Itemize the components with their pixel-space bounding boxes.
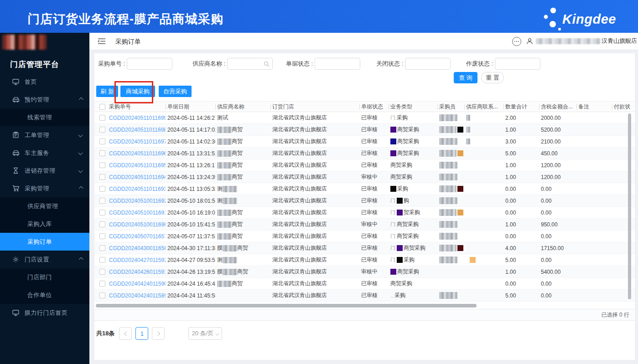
sidebar-item-label: 预约管理 <box>25 96 79 104</box>
refresh-button[interactable]: 刷 新 <box>96 86 118 97</box>
redacted-color-block <box>390 127 396 133</box>
order-number-link[interactable]: CGDD20240511011699 <box>109 115 166 121</box>
order-number-link[interactable]: CGDD20240507011657 <box>109 233 166 240</box>
row-checkbox[interactable] <box>99 186 105 192</box>
order-store: 湖北省武汉青山旗舰店 <box>270 231 359 242</box>
order-number-link[interactable]: CGDD20240430011656 <box>109 245 166 251</box>
reset-button[interactable]: 重 置 <box>481 72 504 83</box>
row-checkbox[interactable] <box>99 198 105 204</box>
order-number-link[interactable]: CGDD20240426011591 <box>109 269 166 275</box>
row-checkbox[interactable] <box>99 150 105 156</box>
filter-group-3: 关闭状态 : <box>376 58 451 70</box>
order-number-link[interactable]: CGDD20240511011697 <box>109 138 166 145</box>
prev-page-button[interactable] <box>119 327 132 340</box>
buyer <box>437 136 464 147</box>
row-checkbox[interactable] <box>99 138 105 144</box>
filter-label: 单据状态 : <box>286 60 313 68</box>
supplier-contact <box>464 231 503 242</box>
row-checkbox[interactable] <box>99 257 105 263</box>
table-row: CGDD202405110116972024-05-11 14:02:30商贸湖… <box>94 136 635 148</box>
order-date: 2024-05-10 18:01:51 <box>166 195 215 206</box>
row-checkbox[interactable] <box>99 269 105 275</box>
filter-input-4[interactable] <box>495 58 540 69</box>
current-page-button[interactable]: 1 <box>135 327 148 340</box>
page-size-select[interactable]: 20 条/页 <box>188 327 222 340</box>
platform-title: 门店管理平台 <box>10 59 59 70</box>
sidebar-subitem-12[interactable]: 合作单位 <box>0 286 89 304</box>
business-type: 商贸采购 <box>389 124 437 135</box>
row-checkbox[interactable] <box>99 292 105 298</box>
row-checkbox[interactable] <box>99 233 105 239</box>
row-checkbox[interactable] <box>99 210 105 215</box>
sidebar-subitem-2[interactable]: 线索管理 <box>0 108 89 126</box>
sidebar-item-3[interactable]: 工单管理 <box>0 126 89 144</box>
order-number-link[interactable]: CGDD20240511011695 <box>109 162 166 169</box>
order-status: 已审核 <box>359 159 389 171</box>
row-checkbox[interactable] <box>99 281 105 287</box>
user-account[interactable]: 汉青山旗舰店 <box>526 37 637 45</box>
order-number-link[interactable]: CGDD20240511011693 <box>109 186 166 192</box>
remark <box>576 290 612 301</box>
message-icon[interactable] <box>512 37 521 46</box>
row-checkbox[interactable] <box>99 115 105 121</box>
order-number-link[interactable]: CGDD20240511011694 <box>109 174 166 180</box>
order-number-link[interactable]: CGDD20240424011589 <box>109 292 166 299</box>
sidebar-item-4[interactable]: 车主服务 <box>0 144 89 162</box>
query-button[interactable]: 查 询 <box>454 72 477 83</box>
business-type: 门采购 <box>389 254 437 266</box>
filter-input-2[interactable] <box>315 58 360 69</box>
sidebar-item-5[interactable]: 进销存管理 <box>0 162 89 179</box>
buyer <box>437 171 464 183</box>
cart-icon <box>12 185 20 192</box>
car-icon <box>12 149 20 157</box>
row-checkbox[interactable] <box>99 174 105 180</box>
kingdee-wordmark: Kingdee <box>562 12 616 27</box>
order-number-link[interactable]: CGDD20240511011696 <box>109 150 166 157</box>
select-all-checkbox[interactable] <box>99 104 105 110</box>
order-number-link[interactable]: CGDD20240424011590 <box>109 281 166 287</box>
row-checkbox[interactable] <box>99 127 105 133</box>
sidebar-item-1[interactable]: 预约管理 <box>0 91 89 108</box>
sidebar-subitem-7[interactable]: 供应商管理 <box>0 197 89 215</box>
order-number-link[interactable]: CGDD20240427011592 <box>109 257 166 263</box>
mall-purchase-button[interactable]: 商城采购 <box>120 86 155 97</box>
order-status: 已审核 <box>359 290 389 301</box>
sidebar-item-6[interactable]: 采购管理 <box>0 179 89 197</box>
filter-input-0[interactable] <box>127 58 172 69</box>
filter-input-1[interactable] <box>228 58 272 69</box>
column-header-4: 订货门店 <box>270 102 359 112</box>
sidebar-item-0[interactable]: 首页 <box>0 73 89 91</box>
order-date: 2024-04-24 11:45:58 <box>166 290 215 301</box>
order-store: 湖北省武汉青山旗舰店 <box>270 254 359 266</box>
order-store: 湖北省武汉青山旗舰店 <box>270 207 359 218</box>
chevron-down-icon <box>78 169 83 173</box>
filter-input-3[interactable] <box>405 58 450 69</box>
order-number-link[interactable]: CGDD20240510011691 <box>109 210 166 216</box>
redacted-text-block <box>439 162 457 169</box>
supplier-name: 商贸 <box>215 278 270 289</box>
order-date: 2024-05-11 14:02:30 <box>166 136 215 147</box>
sidebar-subitem-11[interactable]: 门店部门 <box>0 268 89 286</box>
supplier-name: 商贸 <box>215 148 270 159</box>
table-row: CGDD202404240115902024-04-24 16:45:45商贸湖… <box>94 278 635 290</box>
order-store: 湖北省武汉青山旗舰店 <box>270 136 359 147</box>
order-number-link[interactable]: CGDD20240510011692 <box>109 198 166 204</box>
order-number-link[interactable]: CGDD20240511011698 <box>109 127 166 133</box>
column-header-8: 供应商联系... <box>464 102 503 112</box>
sidebar-item-10[interactable]: 门店设置 <box>0 251 89 268</box>
menu-collapse-icon[interactable] <box>98 38 106 46</box>
order-number-link[interactable]: CGDD20240510011690 <box>109 221 166 228</box>
kingdee-dots-icon <box>541 5 562 33</box>
redacted-text-block <box>439 209 456 216</box>
self-purchase-button[interactable]: 自营采购 <box>159 86 192 97</box>
next-page-button[interactable] <box>152 327 165 340</box>
row-checkbox[interactable] <box>99 162 105 168</box>
row-checkbox[interactable] <box>99 221 105 227</box>
horizontal-scrollbar-thumb[interactable] <box>96 304 477 308</box>
vertical-scrollbar[interactable] <box>628 113 631 299</box>
row-checkbox[interactable] <box>99 245 105 251</box>
sidebar-subitem-8[interactable]: 采购入库 <box>0 215 89 233</box>
redacted-color-block <box>390 269 396 275</box>
sidebar-subitem-9[interactable]: 采购订单 <box>0 233 89 251</box>
sidebar-item-13[interactable]: 膜力行门店首页 <box>0 304 89 322</box>
